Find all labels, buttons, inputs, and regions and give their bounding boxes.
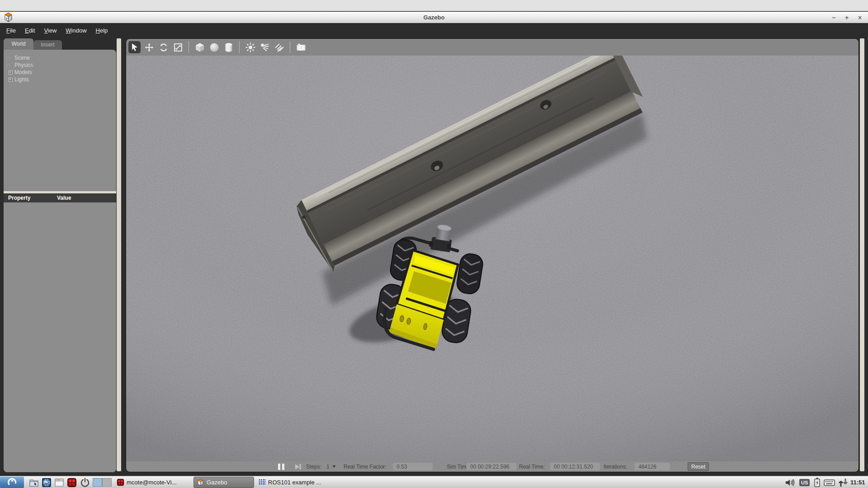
real-time-label: Real Time:: [519, 461, 545, 472]
expand-icon[interactable]: +: [9, 78, 13, 82]
volume-tray-icon[interactable]: [785, 477, 795, 488]
app-menu-logo-icon: [7, 478, 17, 488]
close-button[interactable]: ×: [856, 14, 863, 21]
column-property[interactable]: Property: [4, 195, 57, 201]
pause-button[interactable]: [278, 461, 284, 472]
sphere-icon: [209, 42, 220, 53]
power-icon: [80, 478, 90, 488]
spot-light-button[interactable]: [259, 41, 271, 53]
applications-menu-button[interactable]: [0, 477, 24, 488]
column-value[interactable]: Value: [57, 195, 71, 201]
iterations-label: Iterations:: [604, 461, 627, 472]
globe-icon: [42, 478, 52, 488]
web-browser-launcher[interactable]: [41, 477, 52, 488]
clock-label: 11:51: [850, 479, 865, 486]
point-light-button[interactable]: [244, 41, 256, 53]
iterations-value: 464126: [635, 463, 670, 470]
select-tool-button[interactable]: [128, 41, 141, 53]
screenshot-button[interactable]: [295, 41, 307, 53]
taskbar-window-gazebo[interactable]: Gazebo: [193, 477, 254, 488]
file-manager-launcher[interactable]: [28, 477, 39, 488]
translate-tool-button[interactable]: [143, 41, 155, 53]
steps-value[interactable]: 1: [326, 461, 330, 472]
directional-light-button[interactable]: [273, 41, 285, 53]
tab-world[interactable]: World: [4, 38, 33, 50]
expand-icon[interactable]: +: [9, 70, 13, 75]
step-button[interactable]: [294, 461, 302, 472]
sim-time-value: 00 00:29:22.596: [467, 463, 516, 470]
gazebo-icon: [197, 479, 204, 486]
cylinder-shape-button[interactable]: [222, 41, 235, 53]
red-grid-app-launcher[interactable]: [66, 477, 77, 488]
render-toolbar: [126, 39, 859, 56]
window-icon: [54, 478, 64, 488]
menu-help[interactable]: Help: [92, 25, 112, 36]
toolbar-separator: [290, 41, 290, 53]
render-viewport-panel: Steps: 1 Real Time Factor: 0.53 Sim Time…: [126, 38, 859, 472]
pause-icon: [278, 464, 284, 470]
menu-file[interactable]: File: [2, 25, 20, 36]
tab-insert[interactable]: Insert: [33, 40, 62, 50]
tree-item-scene[interactable]: Scene: [6, 54, 116, 61]
taskbar-window-ros101[interactable]: ROS101 example ...: [255, 477, 332, 488]
sun-icon: [245, 42, 256, 53]
tree-item-models[interactable]: + Models: [6, 69, 116, 76]
chevron-down-icon: [332, 465, 336, 468]
taskbar: mcote@mcote-Vi... Gazebo ROS101 example …: [0, 476, 868, 488]
tree-branch: [6, 58, 14, 58]
left-splitter-handle[interactable]: [117, 38, 121, 471]
toolbar-separator: [189, 41, 189, 53]
keyboard-layout-indicator[interactable]: US: [799, 477, 810, 488]
steps-label: Steps:: [306, 461, 321, 472]
main-area: World Insert Scene Physics + Models: [0, 38, 868, 476]
world-panel-body: Scene Physics + Models + Lights: [4, 50, 116, 472]
menu-window[interactable]: Window: [61, 25, 90, 36]
tree-item-physics[interactable]: Physics: [6, 61, 116, 69]
network-tray-icon[interactable]: [838, 477, 849, 488]
desktop: Gazebo − + × File Edit View Window Help …: [0, 0, 868, 488]
workspace-2[interactable]: [102, 478, 112, 487]
tree-branch: [6, 65, 14, 66]
menu-view[interactable]: View: [40, 25, 61, 36]
tree-item-label: Lights: [14, 76, 29, 83]
speaker-icon: [785, 478, 795, 487]
logout-power-launcher[interactable]: [79, 477, 90, 488]
keyboard-layout-badge: US: [799, 479, 810, 486]
tree-item-lights[interactable]: + Lights: [6, 76, 116, 83]
taskbar-window-label: mcote@mcote-Vi...: [127, 479, 177, 486]
rtf-value: 0.53: [393, 463, 433, 470]
workspace-1[interactable]: [93, 478, 102, 487]
rotate-arrows-icon: [159, 42, 169, 52]
reset-button[interactable]: Reset: [688, 462, 709, 471]
simulation-scene: [126, 56, 859, 461]
maximize-button[interactable]: +: [843, 14, 850, 21]
terminal-window-icon: [117, 479, 124, 486]
battery-tray-icon[interactable]: [814, 477, 820, 488]
minimize-button[interactable]: −: [830, 14, 837, 21]
window-titlebar[interactable]: Gazebo − + ×: [0, 12, 868, 23]
desktop-top-strip: [0, 0, 868, 11]
render-view[interactable]: [126, 56, 859, 461]
cursor-arrow-icon: [130, 42, 140, 52]
rotate-tool-button[interactable]: [157, 41, 170, 53]
property-table-body[interactable]: [4, 202, 116, 472]
property-table-header: Property Value: [4, 193, 116, 202]
box-shape-button[interactable]: [193, 41, 206, 53]
menu-edit[interactable]: Edit: [21, 25, 39, 36]
move-arrows-icon: [144, 42, 154, 52]
right-splitter-handle[interactable]: [860, 38, 864, 471]
toolbar-separator: [239, 41, 240, 53]
scale-icon: [173, 42, 183, 52]
window-app-launcher[interactable]: [53, 477, 65, 488]
sphere-shape-button[interactable]: [208, 41, 220, 53]
taskbar-window-terminal[interactable]: mcote@mcote-Vi...: [114, 477, 192, 488]
keyboard-tray-icon[interactable]: [824, 477, 835, 488]
taskbar-window-label: ROS101 example ...: [268, 479, 321, 486]
clock[interactable]: 11:51: [850, 477, 865, 488]
scale-tool-button[interactable]: [172, 41, 184, 53]
steps-dropdown[interactable]: [332, 461, 336, 472]
workspace-pager: [93, 477, 112, 488]
red-grid-icon: [67, 478, 77, 488]
tree-item-label: Models: [14, 69, 32, 75]
keyboard-icon: [824, 479, 835, 487]
